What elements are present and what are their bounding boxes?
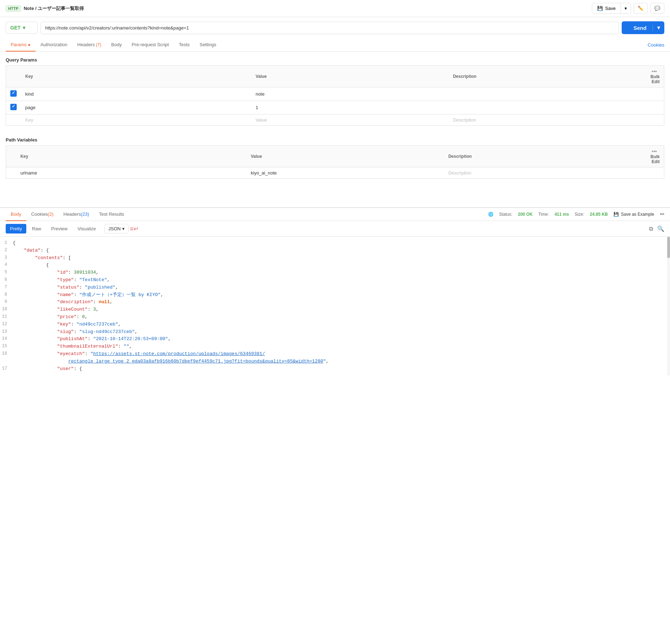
time-value: 411 ms: [555, 212, 569, 217]
line-content: rectangle_large_type_2_eda03a8afb916b60b…: [13, 358, 670, 365]
response-panel: Body Cookies(2) Headers(23) Test Results…: [0, 207, 670, 375]
table-row-empty: Key Value Description: [6, 114, 664, 126]
empty-key-placeholder[interactable]: Key: [25, 117, 33, 123]
desc-col-header: Description: [449, 66, 646, 87]
pv-row1-key[interactable]: urlname: [16, 167, 247, 179]
code-line: 17 "user": {: [0, 365, 670, 373]
line-number: 8: [0, 291, 13, 298]
empty-value-placeholder[interactable]: Value: [255, 117, 267, 123]
key-col-header: Key: [21, 66, 251, 87]
tab-response-headers[interactable]: Headers(23): [59, 208, 94, 221]
code-line: 6 "type": "TextNote",: [0, 277, 670, 284]
method-select[interactable]: GET ▾: [6, 22, 38, 34]
pv-dots-menu-icon[interactable]: •••: [652, 149, 657, 154]
save-example-icon: 💾: [614, 212, 619, 217]
row1-value[interactable]: note: [251, 87, 449, 101]
pv-bulk-edit-label[interactable]: Bulk Edit: [650, 154, 660, 164]
code-line: 14 "publishAt": "2021-10-14T22:20:53+09:…: [0, 336, 670, 343]
pv-row1-desc[interactable]: Description: [448, 170, 471, 176]
code-line: 13 "slug": "slug-nd49cc7237ceb",: [0, 328, 670, 336]
line-content: "eyecatch": "https://assets.st-note.com/…: [13, 350, 670, 358]
line-number: 6: [0, 277, 13, 283]
send-label: Send: [622, 25, 653, 31]
save-icon: 💾: [597, 6, 603, 11]
line-content: "thumbnailExternalUrl": "",: [13, 343, 670, 350]
pv-value-col-header: Value: [247, 146, 444, 167]
copy-button[interactable]: ⧉: [649, 225, 653, 232]
row2-checkbox[interactable]: [10, 104, 17, 110]
eyecatch-link[interactable]: https://assets.st-note.com/production/up…: [93, 351, 265, 356]
row1-desc[interactable]: [449, 87, 646, 101]
row1-key[interactable]: kind: [21, 87, 251, 101]
code-line: 1 {: [0, 240, 670, 247]
code-line: 7 "status": "published",: [0, 284, 670, 291]
bulk-edit-label[interactable]: Bulk Edit: [650, 74, 660, 84]
format-chevron-icon: ▾: [122, 226, 125, 231]
value-col-header: Value: [251, 66, 449, 87]
row2-desc[interactable]: [449, 101, 646, 114]
row2-value[interactable]: 1: [251, 101, 449, 114]
line-content: "id": 38911034,: [13, 269, 670, 277]
pv-actions-col-header: ••• Bulk Edit: [642, 146, 664, 167]
send-button[interactable]: Send ▾: [622, 21, 664, 34]
tab-tests[interactable]: Tests: [174, 38, 194, 52]
line-number: 13: [0, 328, 13, 335]
tab-response-headers-label: Headers(23): [64, 211, 89, 217]
tab-prerequest[interactable]: Pre-request Script: [127, 38, 174, 52]
tab-authorization[interactable]: Authorization: [36, 38, 72, 52]
tab-response-cookies[interactable]: Cookies(2): [26, 208, 59, 221]
tab-headers[interactable]: Headers (7): [72, 38, 106, 52]
more-options-icon[interactable]: •••: [660, 212, 664, 217]
line-content: "name": "作成ノート（+予定）一覧 by KIYO",: [13, 291, 670, 299]
line-number: 11: [0, 313, 13, 320]
code-tab-pretty[interactable]: Pretty: [6, 224, 26, 234]
search-button[interactable]: 🔍: [657, 225, 664, 232]
code-tab-visualize[interactable]: Visualize: [73, 224, 100, 234]
line-content: "likeCount": 3,: [13, 306, 670, 313]
tab-body[interactable]: Body: [106, 38, 127, 52]
save-example-button[interactable]: 💾 Save as Example: [614, 212, 654, 217]
row2-key[interactable]: page: [21, 101, 251, 114]
format-select[interactable]: JSON ▾: [104, 224, 129, 234]
line-number: 4: [0, 262, 13, 268]
line-content: {: [13, 240, 670, 247]
eyecatch-link-cont[interactable]: rectangle_large_type_2_eda03a8afb916b60b…: [68, 359, 323, 364]
actions-col-header: ••• Bulk Edit: [646, 66, 664, 87]
dots-menu-icon[interactable]: •••: [652, 69, 657, 74]
wrap-button[interactable]: ≡↵: [130, 225, 139, 233]
chevron-down-icon: ▾: [625, 6, 627, 11]
line-number: 10: [0, 306, 13, 313]
query-params-section: Query Params Key Value Description ••• B…: [0, 52, 670, 126]
code-tab-preview[interactable]: Preview: [47, 224, 72, 234]
size-value: 24.85 KB: [590, 212, 608, 217]
line-content: "slug": "slug-nd49cc7237ceb",: [13, 328, 670, 336]
empty-desc-placeholder[interactable]: Description: [453, 117, 476, 123]
tab-settings-label: Settings: [200, 42, 216, 47]
line-number: 14: [0, 336, 13, 342]
path-variables-title: Path Variables: [6, 137, 664, 143]
cookies-label: Cookies: [648, 42, 664, 48]
tab-test-results[interactable]: Test Results: [94, 208, 129, 221]
scrollbar-track[interactable]: [667, 237, 670, 375]
row1-checkbox[interactable]: [10, 90, 17, 97]
save-chevron-button[interactable]: ▾: [621, 3, 631, 14]
code-line: rectangle_large_type_2_eda03a8afb916b60b…: [0, 358, 670, 365]
comment-icon-button[interactable]: 💬: [650, 3, 664, 14]
cookies-link[interactable]: Cookies: [648, 42, 664, 48]
tab-params[interactable]: Params ●: [6, 38, 36, 52]
code-line: 10 "likeCount": 3,: [0, 306, 670, 313]
url-input[interactable]: [40, 22, 619, 34]
code-view-tabs-bar: Pretty Raw Preview Visualize JSON ▾ ≡↵ ⧉…: [0, 221, 670, 237]
table-row: page 1: [6, 101, 664, 114]
code-area: 1 { 2 "data": { 3 "contents": [ 4 { 5 "i…: [0, 237, 670, 375]
save-example-label: Save as Example: [621, 212, 654, 217]
pv-row1-value[interactable]: kiyo_ai_note: [247, 167, 444, 179]
tab-response-body[interactable]: Body: [6, 208, 26, 221]
tab-settings[interactable]: Settings: [195, 38, 221, 52]
scrollbar-thumb[interactable]: [667, 237, 670, 258]
comment-icon: 💬: [654, 6, 660, 11]
code-tab-raw[interactable]: Raw: [28, 224, 45, 234]
save-button[interactable]: 💾 Save: [592, 3, 621, 14]
format-label: JSON: [108, 226, 121, 231]
edit-icon-button[interactable]: ✏️: [634, 3, 648, 14]
